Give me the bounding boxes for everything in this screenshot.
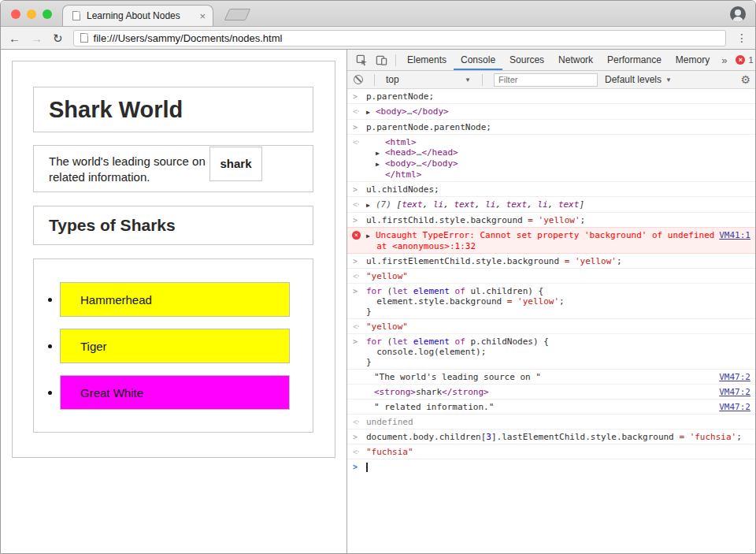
console-source-link[interactable]: VM47:2 <box>719 387 750 397</box>
browser-tab[interactable]: Learning About Nodes × <box>62 5 213 26</box>
disclosure-triangle-icon[interactable]: ▶ <box>376 148 385 158</box>
disclosure-triangle-icon[interactable]: ▶ <box>366 231 376 241</box>
content-area: Shark World The world's leading source o… <box>1 50 755 554</box>
console-result-row: <·▶(7) [text, li, text, li, text, li, te… <box>347 197 756 213</box>
address-field[interactable]: file:///Users/sammy/Docments/nodes.html <box>73 30 726 46</box>
new-tab-button[interactable] <box>224 9 251 20</box>
console-input-chevron-icon: > <box>353 92 358 101</box>
console-result-row: <·"fuchsia" <box>347 444 756 459</box>
devtools-tab-console[interactable]: Console <box>454 50 502 70</box>
list-item-label: Hammerhead <box>60 282 290 317</box>
devtools-tab-memory[interactable]: Memory <box>669 50 717 70</box>
page-heading2: Types of Sharks <box>49 216 176 235</box>
browser-menu-icon[interactable]: ⋮ <box>736 32 747 44</box>
console-input-chevron-icon: > <box>353 337 358 346</box>
disclosure-triangle-icon[interactable]: ▶ <box>366 200 376 210</box>
settings-gear-icon[interactable]: ⚙ <box>740 73 750 86</box>
console-result-row: <·"yellow" <box>347 319 756 334</box>
close-window-button[interactable] <box>11 9 20 19</box>
profile-avatar-icon[interactable] <box>730 6 746 22</box>
error-badge[interactable]: × 1 <box>732 55 756 65</box>
paragraph-strong-box: shark <box>209 147 262 181</box>
page-paragraph-box: The world's leading source on related in… <box>33 145 313 192</box>
filter-input[interactable] <box>494 73 598 87</box>
console-result-arrow-icon: <· <box>353 322 359 331</box>
bullet-icon <box>48 391 52 395</box>
console-source-link[interactable]: VM47:2 <box>719 402 750 412</box>
disclosure-triangle-icon[interactable]: ▶ <box>366 107 376 117</box>
console-log-row: "The world's leading source on "VM47:2 <box>347 370 756 385</box>
more-tabs-icon[interactable]: » <box>717 54 732 66</box>
devtools-tab-sources[interactable]: Sources <box>502 50 551 70</box>
devtools-panel: ElementsConsoleSourcesNetworkPerformance… <box>347 50 756 554</box>
devtools-tab-network[interactable]: Network <box>551 50 600 70</box>
console-input-row: >p.parentNode; <box>347 89 756 104</box>
device-toolbar-icon[interactable] <box>372 54 391 66</box>
console-messages[interactable]: >p.parentNode;<·▶<body>…</body>>p.parent… <box>347 89 756 554</box>
toolbar-separator <box>374 74 375 86</box>
console-result-arrow-icon: <· <box>353 138 359 147</box>
inspect-element-icon[interactable] <box>352 54 372 66</box>
console-source-link[interactable]: VM47:2 <box>719 372 750 382</box>
page-body-box: Shark World The world's leading source o… <box>12 61 335 458</box>
page-heading1: Shark World <box>49 97 183 123</box>
reload-icon[interactable]: ↻ <box>53 32 63 44</box>
list-item: Tiger <box>60 329 313 363</box>
toolbar-separator <box>395 54 396 66</box>
console-result-row: <·"yellow" <box>347 269 756 284</box>
list-item-label: Tiger <box>60 329 290 363</box>
console-input-chevron-icon: > <box>353 123 358 132</box>
console-error-row: ×▶Uncaught TypeError: Cannot set propert… <box>347 227 756 254</box>
console-input-row: >for (let element of p.childNodes) { con… <box>347 334 756 370</box>
list-item-label: Great White <box>60 375 290 410</box>
console-log-row: <strong>shark</strong>VM47:2 <box>347 385 756 400</box>
console-result-arrow-icon: <· <box>353 448 359 456</box>
tab-close-icon[interactable]: × <box>199 11 206 21</box>
paragraph-text: The world's leading source on related in… <box>49 154 217 185</box>
devtools-tab-performance[interactable]: Performance <box>600 50 669 70</box>
console-input-row: >p.parentNode.parentNode; <box>347 120 756 135</box>
console-input-chevron-icon: > <box>353 257 358 266</box>
console-prompt-row[interactable]: > <box>347 459 756 474</box>
back-icon[interactable]: ← <box>9 32 20 44</box>
url-text: file:///Users/sammy/Docments/nodes.html <box>94 32 283 44</box>
error-count: 1 <box>748 55 753 65</box>
console-input-row: >document.body.children[3].lastElementCh… <box>347 429 756 444</box>
forward-icon[interactable]: → <box>31 32 43 44</box>
devtools-toolbar: ElementsConsoleSourcesNetworkPerformance… <box>347 50 756 71</box>
context-selector[interactable]: top ▼ <box>386 74 471 85</box>
text-cursor <box>366 463 368 472</box>
clear-console-icon[interactable] <box>354 75 363 84</box>
console-input-chevron-icon: > <box>353 433 358 441</box>
rendered-page: Shark World The world's leading source o… <box>1 50 347 554</box>
console-input-row: >for (let element of ul.children) { elem… <box>347 284 756 319</box>
console-input-chevron-icon: > <box>353 216 358 225</box>
console-input-row: >ul.childNodes; <box>347 182 756 197</box>
chevron-down-icon: ▼ <box>665 76 672 84</box>
window-controls <box>11 9 52 19</box>
console-result-arrow-icon: <· <box>353 418 359 426</box>
url-bar: ← → ↻ file:///Users/sammy/Docments/nodes… <box>1 27 755 50</box>
console-result-arrow-icon: <· <box>353 272 359 281</box>
console-prompt-chevron-icon: > <box>353 463 358 471</box>
bullet-icon <box>48 344 52 348</box>
error-badge-icon: × <box>736 55 745 65</box>
console-source-link[interactable]: VM41:1 <box>719 230 750 240</box>
context-selector-value: top <box>386 74 399 85</box>
error-icon: × <box>352 231 361 240</box>
toolbar-separator <box>482 74 483 86</box>
zoom-window-button[interactable] <box>43 9 52 19</box>
minimize-window-button[interactable] <box>27 9 36 19</box>
browser-window: Learning About Nodes × ← → ↻ file:///Use… <box>0 0 756 554</box>
chevron-down-icon: ▼ <box>465 76 471 84</box>
page-heading2-box: Types of Sharks <box>33 206 313 245</box>
tab-bar: Learning About Nodes × <box>1 1 755 27</box>
devtools-tab-elements[interactable]: Elements <box>400 50 454 70</box>
disclosure-triangle-icon[interactable]: ▶ <box>376 159 385 169</box>
log-levels-selector[interactable]: Default levels ▼ <box>605 74 672 85</box>
console-toolbar: top ▼ Default levels ▼ ⚙ <box>347 71 756 89</box>
console-input-chevron-icon: > <box>353 287 358 296</box>
page-favicon-icon <box>72 11 80 20</box>
console-input-chevron-icon: > <box>353 185 358 194</box>
page-heading1-box: Shark World <box>33 87 313 132</box>
